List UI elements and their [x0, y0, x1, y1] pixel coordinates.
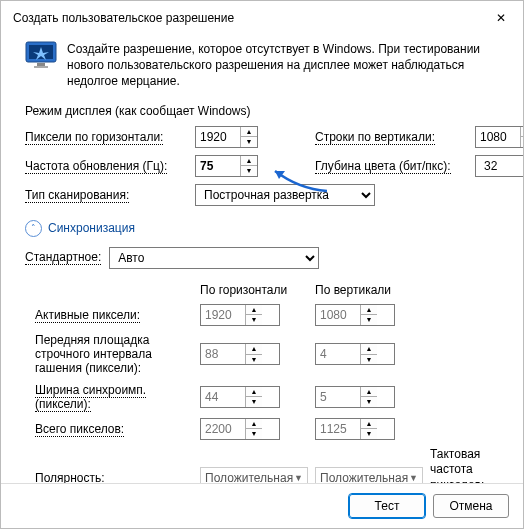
- standard-select[interactable]: Авто: [109, 247, 319, 269]
- active-h-input[interactable]: ▲▼: [200, 304, 280, 326]
- hpixels-label: Пиксели по горизонтали:: [25, 130, 163, 145]
- total-v-input[interactable]: ▲▼: [315, 418, 395, 440]
- monitor-icon: [25, 41, 57, 69]
- caret-down-icon: ▼: [294, 473, 303, 483]
- polarity-label: Полярность:: [35, 471, 105, 483]
- scantype-select[interactable]: Построчная развертка: [195, 184, 375, 206]
- porch-v-input[interactable]: ▲▼: [315, 343, 395, 365]
- active-v-input[interactable]: ▲▼: [315, 304, 395, 326]
- close-button[interactable]: ✕: [487, 7, 515, 29]
- col-vertical: По вертикали: [315, 283, 430, 297]
- syncwidth-label: Ширина синхроимп. (пиксели):: [35, 383, 146, 412]
- chevron-up-icon[interactable]: ˄: [25, 220, 42, 237]
- standard-label: Стандартное:: [25, 250, 101, 265]
- cancel-button[interactable]: Отмена: [433, 494, 509, 518]
- svg-rect-2: [37, 63, 45, 66]
- svg-rect-3: [34, 66, 48, 68]
- active-px-label: Активные пиксели:: [35, 308, 140, 323]
- polarity-h-select[interactable]: Положительная▼: [200, 467, 308, 483]
- spin-up-icon[interactable]: ▲: [241, 127, 257, 138]
- hpixels-input[interactable]: ▲▼: [195, 126, 258, 148]
- vlines-label: Строки по вертикали:: [315, 130, 435, 145]
- sync-header: Синхронизация: [48, 221, 135, 235]
- totalpx-label: Всего пикселов:: [35, 422, 124, 437]
- colordepth-select[interactable]: 32: [475, 155, 523, 177]
- syncw-v-input[interactable]: ▲▼: [315, 386, 395, 408]
- vlines-input[interactable]: ▲▼: [475, 126, 523, 148]
- scantype-label: Тип сканирования:: [25, 188, 129, 203]
- display-mode-label: Режим дисплея (как сообщает Windows): [25, 104, 507, 118]
- refresh-input[interactable]: ▲▼: [195, 155, 258, 177]
- syncw-h-input[interactable]: ▲▼: [200, 386, 280, 408]
- total-h-input[interactable]: ▲▼: [200, 418, 280, 440]
- test-button[interactable]: Тест: [349, 494, 425, 518]
- window-title: Создать пользовательское разрешение: [13, 11, 234, 25]
- pixelclock-label: Тактовая частота пикселов:: [430, 447, 520, 483]
- spin-down-icon[interactable]: ▼: [241, 137, 257, 147]
- close-icon: ✕: [496, 11, 506, 25]
- polarity-v-select[interactable]: Положительная▼: [315, 467, 423, 483]
- intro-text: Создайте разрешение, которое отсутствует…: [67, 41, 507, 90]
- col-horizontal: По горизонтали: [200, 283, 315, 297]
- refresh-label: Частота обновления (Гц):: [25, 159, 167, 174]
- porch-h-input[interactable]: ▲▼: [200, 343, 280, 365]
- porch-label: Передняя площадка строчного интервала га…: [35, 333, 152, 376]
- colordepth-label: Глубина цвета (бит/пкс):: [315, 159, 451, 174]
- caret-down-icon: ▼: [409, 473, 418, 483]
